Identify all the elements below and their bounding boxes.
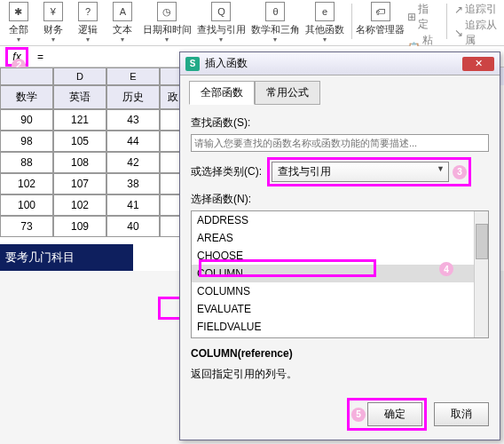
text-icon: A: [113, 2, 132, 21]
asterisk-icon: ✱: [9, 2, 28, 21]
search-label: 查找函数(S):: [191, 115, 489, 131]
cell[interactable]: 88: [0, 152, 53, 173]
dialog-title: 插入函数: [205, 56, 248, 71]
question-icon: ?: [78, 2, 98, 21]
cell[interactable]: 40: [106, 216, 160, 237]
column-highlight: 4: [199, 259, 376, 277]
cell[interactable]: 121: [53, 109, 106, 131]
function-list[interactable]: ADDRESS AREAS CHOOSE COLUMN COLUMNS EVAL…: [191, 210, 489, 338]
ok-button[interactable]: 确定: [367, 402, 422, 426]
fn-fieldvalue[interactable]: FIELDVALUE: [192, 318, 488, 336]
cell[interactable]: 105: [53, 131, 106, 152]
cell[interactable]: 102: [53, 194, 106, 216]
cell[interactable]: 98: [0, 131, 53, 152]
cell[interactable]: 41: [106, 194, 160, 216]
cell[interactable]: 109: [53, 216, 106, 237]
tab-common[interactable]: 常用公式: [255, 81, 320, 105]
theta-icon: θ: [265, 2, 285, 21]
ribbon-other[interactable]: e其他函数▾: [305, 2, 344, 44]
ribbon-trace-ref[interactable]: ↗追踪引: [454, 2, 500, 17]
ribbon-text[interactable]: A文本▾: [108, 2, 138, 44]
cell[interactable]: 43: [106, 109, 160, 131]
formula-value[interactable]: =: [37, 51, 43, 63]
lookup-icon: Q: [211, 2, 231, 21]
scroll-thumb[interactable]: [476, 224, 488, 259]
cell[interactable]: 73: [0, 216, 53, 237]
blue-label: 要考几门科目: [0, 244, 133, 271]
ribbon-assign[interactable]: ⊞指定: [407, 2, 439, 32]
category-select[interactable]: 查找与引用: [272, 162, 449, 182]
tag-icon: 🏷: [371, 2, 390, 21]
cell[interactable]: 107: [53, 173, 106, 194]
fn-address[interactable]: ADDRESS: [192, 211, 488, 229]
tab-all-functions[interactable]: 全部函数: [189, 81, 255, 105]
ribbon-math[interactable]: θ数学和三角▾: [251, 2, 300, 44]
function-list-label: 选择函数(N):: [191, 192, 489, 207]
scrollbar[interactable]: [474, 211, 488, 337]
cell[interactable]: 102: [0, 173, 53, 194]
ribbon-datetime[interactable]: ◷日期和时间▾: [143, 2, 192, 44]
col-header-e[interactable]: E: [106, 67, 160, 85]
dialog-titlebar[interactable]: S 插入函数 ✕: [180, 52, 500, 75]
e-icon: e: [315, 2, 335, 21]
ribbon-finance[interactable]: ¥财务▾: [38, 2, 67, 44]
yen-icon: ¥: [43, 2, 63, 21]
insert-function-dialog: S 插入函数 ✕ 全部函数 常用公式 查找函数(S): 或选择类别(C): 查找…: [179, 52, 500, 440]
fn-getpivotdata[interactable]: GETPIVOTDATA: [192, 336, 488, 338]
ribbon-trace-group: ↗追踪引 ↘追踪从属: [454, 2, 500, 48]
search-input[interactable]: [191, 134, 489, 152]
ribbon-logic[interactable]: ?逻辑▾: [73, 2, 102, 44]
fn-evaluate[interactable]: EVALUATE: [192, 300, 488, 318]
header-math: 数学: [0, 85, 53, 109]
fn-columns[interactable]: COLUMNS: [192, 282, 488, 300]
app-icon: S: [185, 57, 200, 71]
fx-button[interactable]: fx 2: [5, 47, 28, 67]
function-syntax: COLUMN(reference): [191, 347, 293, 360]
ribbon-toolbar: ✱全部▾ ¥财务▾ ?逻辑▾ A文本▾ ◷日期和时间▾ Q查找与引用▾ θ数学和…: [0, 0, 504, 46]
clock-icon: ◷: [157, 2, 177, 21]
ribbon-name-mgr[interactable]: 🏷名称管理器: [359, 2, 402, 36]
header-hist: 历史: [106, 85, 160, 109]
close-button[interactable]: ✕: [462, 57, 494, 71]
header-eng: 英语: [53, 85, 106, 109]
ribbon-all[interactable]: ✱全部▾: [4, 2, 33, 44]
ribbon-lookup[interactable]: Q查找与引用▾: [197, 2, 246, 44]
function-desc: 返回指定引用的列号。: [191, 367, 489, 382]
cell[interactable]: 42: [106, 152, 160, 173]
cell[interactable]: 90: [0, 109, 53, 131]
cell[interactable]: 100: [0, 194, 53, 216]
cell[interactable]: 108: [53, 152, 106, 173]
cancel-button[interactable]: 取消: [434, 402, 489, 426]
col-header-d[interactable]: D: [53, 67, 106, 85]
badge-3: 3: [453, 165, 467, 179]
ribbon-trace-dep[interactable]: ↘追踪从属: [454, 18, 500, 48]
badge-5: 5: [351, 408, 366, 422]
cell[interactable]: 44: [106, 131, 160, 152]
cell[interactable]: 38: [106, 173, 160, 194]
fn-areas[interactable]: AREAS: [192, 229, 488, 247]
category-label: 或选择类别(C):: [191, 164, 262, 179]
badge-4: 4: [439, 262, 453, 276]
